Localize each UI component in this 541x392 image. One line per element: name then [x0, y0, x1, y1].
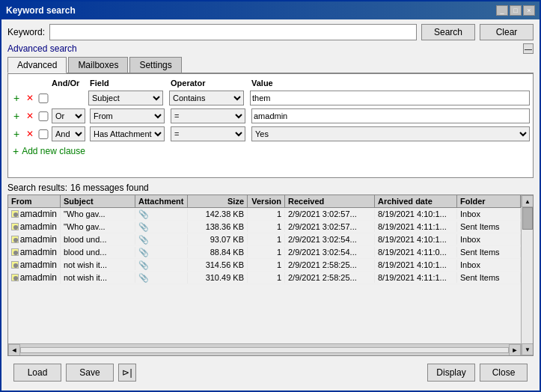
email-icon	[11, 223, 19, 230]
clause-value-select-3[interactable]: YesNo	[251, 126, 530, 141]
table-with-scrollbar: From Subject Attachment Size Version Rec…	[8, 195, 533, 355]
td-received: 2/9/2021 3:02:57...	[285, 209, 375, 219]
clause-field-select-3[interactable]: Has AttachmentSubjectFromSize	[90, 126, 165, 141]
clause-andor-select-2[interactable]: OrAnd	[52, 108, 85, 123]
td-from: amadmin	[8, 246, 61, 258]
clause-andor-select-3[interactable]: AndOr	[52, 126, 85, 141]
clause-op-select-2[interactable]: =!=Contains	[171, 108, 245, 123]
table-row[interactable]: amadmin not wish it... 📎 310.49 KB 1 2/9…	[8, 272, 521, 284]
table-row[interactable]: amadmin "Who gav... 📎 142.38 KB 1 2/9/20…	[8, 208, 521, 221]
td-version: 1	[248, 209, 285, 219]
header-operator: Operator	[171, 79, 245, 88]
clause-op-select-3[interactable]: =!=	[171, 126, 245, 141]
table-row[interactable]: amadmin "Who gav... 📎 138.36 KB 1 2/9/20…	[8, 221, 521, 233]
email-icon	[11, 248, 19, 256]
td-from: amadmin	[8, 233, 61, 245]
vscroll-down[interactable]: ▼	[522, 343, 533, 355]
title-bar: Keyword search _ □ ×	[1, 1, 540, 19]
td-attachment: 📎	[135, 272, 188, 284]
td-folder: Sent Items	[457, 247, 521, 257]
td-from: amadmin	[8, 259, 61, 271]
th-attachment: Attachment	[135, 195, 188, 207]
table-row[interactable]: amadmin blood und... 📎 88.84 KB 1 2/9/20…	[8, 246, 521, 259]
clause-check-1[interactable]	[38, 94, 49, 103]
td-subject: not wish it...	[61, 272, 135, 283]
tab-container: Advanced Mailboxes Settings And/Or Field…	[7, 57, 534, 178]
tab-mailboxes[interactable]: Mailboxes	[68, 57, 128, 73]
keyword-input[interactable]	[49, 24, 417, 40]
tab-settings[interactable]: Settings	[129, 57, 181, 73]
clause-value-1[interactable]	[250, 91, 530, 105]
td-folder: Sent Items	[457, 221, 521, 232]
vscroll-track[interactable]	[522, 207, 533, 343]
clause-remove-2[interactable]: ✕	[25, 111, 35, 121]
table-header: From Subject Attachment Size Version Rec…	[8, 195, 521, 208]
maximize-button[interactable]: □	[510, 5, 522, 16]
clause-add-3[interactable]: +	[11, 128, 22, 140]
clause-field-select-1[interactable]: SubjectFromToDateHas AttachmentSize	[88, 91, 163, 105]
table-row[interactable]: amadmin not wish it... 📎 314.56 KB 1 2/9…	[8, 259, 521, 272]
clause-check-3[interactable]	[38, 129, 49, 139]
clause-header-row: And/Or Field Operator Value	[8, 77, 533, 89]
tab-advanced[interactable]: Advanced	[7, 57, 67, 73]
hscroll-right[interactable]: ►	[509, 344, 521, 356]
clause-remove-1[interactable]: ✕	[25, 93, 35, 103]
lock-overlay	[13, 225, 18, 230]
th-folder: Folder	[457, 195, 521, 207]
bookmark-icon: ⊳|	[122, 367, 132, 378]
td-version: 1	[248, 221, 285, 232]
bottom-right-buttons: Display Close	[427, 364, 528, 382]
clause-add-1[interactable]: +	[11, 92, 22, 104]
vscroll-up[interactable]: ▲	[522, 195, 533, 207]
bookmark-button[interactable]: ⊳|	[118, 364, 136, 382]
window-controls: _ □ ×	[496, 5, 535, 16]
results-section: Search results: 16 messages found From S…	[7, 181, 534, 356]
td-size: 138.36 KB	[188, 221, 248, 232]
clause-value-2[interactable]	[251, 108, 530, 123]
td-version: 1	[248, 272, 285, 283]
td-version: 1	[248, 234, 285, 245]
clause-field-select-2[interactable]: FromSubjectToDateHas Attachment	[90, 108, 165, 123]
clear-button[interactable]: Clear	[480, 24, 534, 40]
td-archived: 8/19/2021 4:10:1...	[375, 209, 457, 219]
keyword-row: Keyword: Search Clear	[7, 24, 534, 40]
close-button-bottom[interactable]: Close	[480, 364, 528, 382]
add-clause-row[interactable]: + Add new clause	[8, 143, 533, 159]
advanced-search-link[interactable]: Advanced search	[7, 43, 77, 54]
hscroll-left[interactable]: ◄	[8, 344, 20, 356]
clause-check-2[interactable]	[38, 111, 49, 121]
display-button[interactable]: Display	[427, 364, 475, 382]
clause-row-3: + ✕ AndOr Has AttachmentSubjectFromSize …	[8, 125, 533, 143]
load-button[interactable]: Load	[13, 364, 61, 382]
bottom-left-buttons: Load Save ⊳|	[13, 364, 136, 382]
vscroll-thumb[interactable]	[522, 207, 533, 230]
td-attachment: 📎	[135, 247, 188, 258]
table-row[interactable]: amadmin blood und... 📎 93.07 KB 1 2/9/20…	[8, 233, 521, 246]
td-received: 2/9/2021 2:58:25...	[285, 272, 375, 283]
keyword-search-window: Keyword search _ □ × Keyword: Search Cle…	[0, 0, 541, 392]
lock-overlay	[13, 212, 18, 217]
clause-add-2[interactable]: +	[11, 110, 22, 122]
td-size: 88.84 KB	[188, 247, 248, 257]
collapse-box[interactable]: —	[523, 43, 534, 54]
td-subject: blood und...	[61, 234, 135, 245]
clause-op-select-1[interactable]: ContainsDoes not contain=!=	[169, 91, 244, 105]
horizontal-scrollbar[interactable]: ◄ ►	[8, 343, 521, 355]
hscroll-track[interactable]	[20, 347, 509, 353]
td-folder: Inbox	[457, 234, 521, 245]
th-version: Version	[248, 195, 285, 207]
search-button[interactable]: Search	[421, 24, 475, 40]
close-button[interactable]: ×	[523, 5, 535, 16]
clause-remove-3[interactable]: ✕	[25, 129, 35, 139]
td-received: 2/9/2021 3:02:57...	[285, 221, 375, 232]
save-button[interactable]: Save	[66, 364, 114, 382]
th-archived: Archived date	[375, 195, 457, 207]
td-subject: "Who gav...	[61, 221, 135, 232]
tabs: Advanced Mailboxes Settings	[7, 57, 534, 73]
add-clause-label: Add new clause	[22, 146, 85, 156]
lock-overlay	[13, 263, 18, 268]
td-from: amadmin	[8, 272, 61, 284]
minimize-button[interactable]: _	[496, 5, 508, 16]
table-inner: From Subject Attachment Size Version Rec…	[8, 195, 521, 355]
td-attachment: 📎	[135, 221, 188, 233]
